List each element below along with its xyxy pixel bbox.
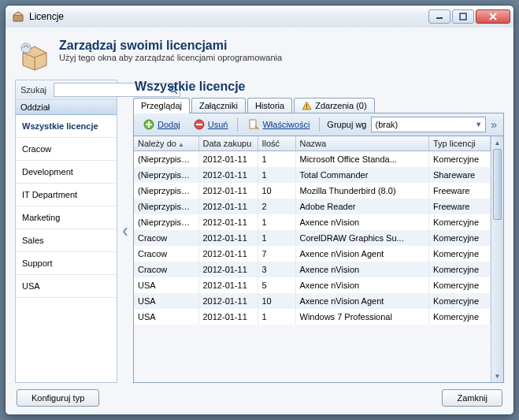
cell: 2012-01-11: [198, 183, 258, 199]
cell: (Nieprzypisane): [134, 183, 198, 199]
sidebar-item[interactable]: Wszystkie licencje: [16, 115, 117, 138]
tab[interactable]: Zdarzenia (0): [294, 98, 374, 113]
main-panel: Wszystkie licencje PrzeglądajZałącznikiH…: [133, 80, 504, 383]
cell: 2012-01-11: [198, 151, 258, 168]
cell: 1: [258, 309, 295, 325]
window-title: Licencje: [29, 11, 428, 22]
maximize-button[interactable]: [452, 9, 474, 24]
cell: CorelDRAW Graphics Su...: [295, 230, 429, 246]
cell: Shareware: [429, 167, 491, 183]
cell: Komercyjne: [429, 151, 491, 168]
sidebar-item[interactable]: Sales: [16, 229, 117, 252]
cell: 2012-01-11: [198, 309, 258, 325]
page-title: Zarządzaj swoimi licencjami: [59, 39, 282, 53]
table-row[interactable]: USA2012-01-1110Axence nVision AgentKomer…: [134, 293, 491, 309]
sidebar-item[interactable]: IT Department: [16, 184, 117, 206]
cell: 1: [258, 214, 295, 230]
tabstrip: PrzeglądajZałącznikiHistoriaZdarzenia (0…: [133, 97, 504, 113]
sidebar: Szukaj Oddział Wszystkie licencjeCracowD…: [15, 80, 117, 383]
group-by-label: Grupuj wg: [324, 120, 369, 129]
table-row[interactable]: USA2012-01-111Windows 7 ProfessionalKome…: [134, 309, 491, 325]
cell: USA: [134, 309, 198, 325]
cell: Komercyjne: [429, 277, 491, 293]
close-dialog-button[interactable]: Zamknij: [442, 389, 502, 407]
cell: 2012-01-11: [198, 230, 258, 246]
cell: 5: [258, 277, 295, 293]
svg-rect-0: [13, 15, 23, 21]
group-by-combo[interactable]: (brak)▼: [371, 117, 486, 132]
cell: 2012-01-11: [198, 199, 258, 214]
cell: Komercyjne: [429, 262, 491, 277]
cell: 2: [258, 199, 295, 214]
cell: 1: [258, 151, 295, 168]
table-row[interactable]: (Nieprzypisane)2012-01-111Total Commande…: [134, 167, 491, 183]
toolbar-overflow-button[interactable]: »: [487, 118, 500, 131]
cell: Axence nVision: [295, 214, 429, 230]
remove-button[interactable]: Usuń: [187, 116, 234, 133]
table-row[interactable]: USA2012-01-115Axence nVisionKomercyjne: [134, 277, 491, 293]
column-header[interactable]: Ilość: [258, 136, 295, 151]
table-row[interactable]: (Nieprzypisane)2012-01-112Adobe ReaderFr…: [134, 199, 491, 214]
cell: 2012-01-11: [198, 277, 258, 293]
cell: USA: [134, 293, 198, 309]
cell: 2012-01-11: [198, 262, 258, 277]
table-row[interactable]: (Nieprzypisane)2012-01-111Axence nVision…: [134, 214, 491, 230]
properties-button[interactable]: Właściwości: [242, 116, 315, 133]
table-row[interactable]: (Nieprzypisane)2012-01-1110Mozilla Thund…: [134, 183, 491, 199]
close-button[interactable]: [476, 9, 510, 24]
svg-point-5: [21, 43, 31, 53]
column-header[interactable]: Należy do▲: [134, 136, 198, 151]
tab[interactable]: Historia: [247, 98, 292, 113]
cell: USA: [134, 277, 198, 293]
table-row[interactable]: Cracow2012-01-111CorelDRAW Graphics Su..…: [134, 230, 491, 246]
sidebar-item[interactable]: Cracow: [16, 138, 117, 161]
cell: 3: [258, 262, 295, 277]
app-icon: [12, 10, 24, 23]
app-window: Licencje Zarządzaj swoimi licencjami Uży…: [5, 5, 514, 415]
cell: Cracow: [134, 246, 198, 262]
cell: Microsoft Office Standa...: [295, 151, 429, 168]
add-button[interactable]: Dodaj: [137, 116, 186, 133]
tab[interactable]: Przeglądaj: [133, 98, 190, 113]
vertical-scrollbar[interactable]: ▲ ▼: [491, 136, 503, 382]
main-title: Wszystkie licencje: [133, 80, 504, 97]
sidebar-item[interactable]: USA: [16, 275, 117, 298]
svg-point-7: [306, 108, 308, 110]
column-header[interactable]: Typ licencji: [429, 136, 491, 151]
cell: Komercyjne: [429, 214, 491, 230]
svg-rect-2: [460, 13, 466, 20]
sidebar-item[interactable]: Marketing: [16, 206, 117, 229]
column-header[interactable]: Nazwa: [295, 136, 429, 151]
cell: 2012-01-11: [198, 167, 258, 183]
cell: Axence nVision: [295, 262, 429, 277]
cell: 10: [258, 293, 295, 309]
cell: (Nieprzypisane): [134, 214, 198, 230]
cell: Freeware: [429, 183, 491, 199]
table-row[interactable]: (Nieprzypisane)2012-01-111Microsoft Offi…: [134, 151, 491, 168]
page-subtitle: Użyj tego okna aby zarządzać licencjami …: [59, 53, 282, 62]
cell: 10: [258, 183, 295, 199]
cell: (Nieprzypisane): [134, 151, 198, 168]
cell: Adobe Reader: [295, 199, 429, 214]
cell: 2012-01-11: [198, 246, 258, 262]
cell: Komercyjne: [429, 293, 491, 309]
tab[interactable]: Załączniki: [191, 98, 246, 113]
titlebar[interactable]: Licencje: [6, 6, 513, 28]
sidebar-item[interactable]: Development: [16, 161, 117, 184]
column-header[interactable]: Data zakupu: [198, 136, 258, 151]
cell: Total Commander: [295, 167, 429, 183]
tree-header[interactable]: Oddział: [16, 100, 117, 115]
collapse-sidebar-button[interactable]: [122, 80, 128, 383]
table-row[interactable]: Cracow2012-01-113Axence nVisionKomercyjn…: [134, 262, 491, 277]
cell: Komercyjne: [429, 246, 491, 262]
cell: 2012-01-11: [198, 293, 258, 309]
cell: (Nieprzypisane): [134, 199, 198, 214]
cell: 1: [258, 167, 295, 183]
svg-rect-13: [250, 120, 256, 128]
add-icon: [143, 118, 155, 131]
sidebar-item[interactable]: Support: [16, 252, 117, 275]
table-row[interactable]: Cracow2012-01-117Axence nVision AgentKom…: [134, 246, 491, 262]
minimize-button[interactable]: [428, 9, 450, 24]
configure-type-button[interactable]: Konfiguruj typ: [17, 389, 99, 407]
search-label: Szukaj: [16, 82, 51, 98]
